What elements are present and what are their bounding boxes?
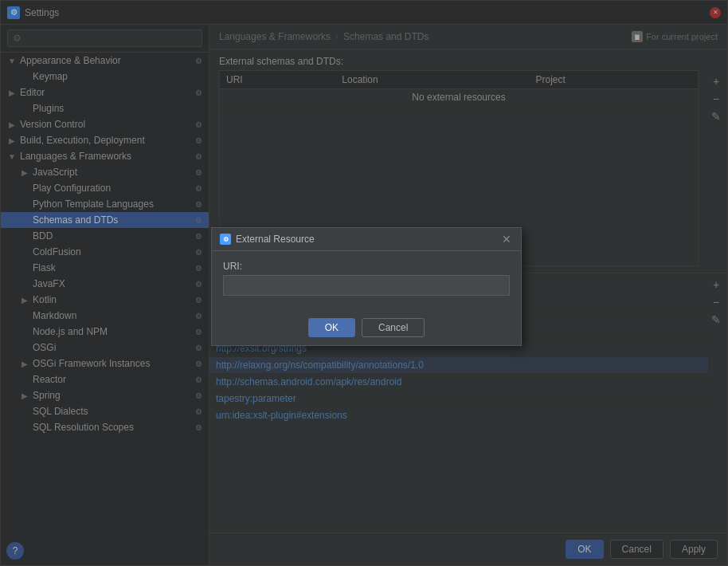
sidebar: ▼Appearance & Behavior⚙Keymap▶Editor⚙Plu…	[1, 25, 209, 565]
gear-icon-osgi-framework: ⚙	[195, 360, 202, 368]
sidebar-item-play-config[interactable]: Play Configuration⚙	[1, 180, 209, 196]
gear-icon-flask: ⚙	[195, 264, 202, 273]
remove-url-button[interactable]: −	[708, 294, 724, 310]
expand-arrow-editor: ▶	[7, 88, 17, 97]
sidebar-item-osgi-framework[interactable]: ▶OSGi Framework Instances⚙	[1, 356, 209, 371]
sidebar-label-build-execution: Build, Execution, Deployment	[20, 135, 145, 146]
help-button[interactable]: ?	[6, 542, 24, 560]
sidebar-item-sql-dialects[interactable]: SQL Dialects⚙	[1, 403, 209, 419]
gear-icon-schemas-dtds: ⚙	[195, 216, 202, 225]
breadcrumb-sep: ›	[335, 31, 339, 42]
sidebar-label-play-config: Play Configuration	[33, 183, 111, 194]
sidebar-label-schemas-dtds: Schemas and DTDs	[33, 214, 118, 226]
sidebar-item-editor[interactable]: ▶Editor⚙	[1, 85, 209, 100]
expand-arrow-build-execution: ▶	[7, 136, 17, 145]
sidebar-item-build-execution[interactable]: ▶Build, Execution, Deployment⚙	[1, 132, 209, 148]
sidebar-label-keymap: Keymap	[33, 71, 68, 82]
sidebar-label-flask: Flask	[33, 262, 56, 273]
sidebar-item-schemas-dtds[interactable]: Schemas and DTDs⚙	[1, 212, 209, 228]
apply-button[interactable]: Apply	[670, 540, 718, 559]
gear-icon-kotlin: ⚙	[195, 296, 202, 305]
sidebar-items-container: ▼Appearance & Behavior⚙Keymap▶Editor⚙Plu…	[1, 53, 209, 435]
gear-icon-markdown: ⚙	[195, 312, 202, 320]
sidebar-item-python-template[interactable]: Python Template Languages⚙	[1, 196, 209, 212]
uri-input[interactable]	[223, 275, 510, 296]
sidebar-item-markdown[interactable]: Markdown⚙	[1, 308, 209, 324]
col-location: Location	[335, 71, 529, 89]
sidebar-item-keymap[interactable]: Keymap	[1, 69, 209, 85]
search-input[interactable]	[7, 29, 202, 47]
modal-title: External Resource	[236, 234, 495, 245]
gear-icon-editor: ⚙	[195, 88, 202, 97]
url-item[interactable]: http://relaxng.org/ns/compatibility/anno…	[209, 357, 708, 374]
footer-buttons: OK Cancel Apply	[209, 533, 727, 565]
col-uri: URI	[220, 71, 335, 89]
modal-close-button[interactable]: ✕	[500, 233, 513, 246]
sidebar-item-bdd[interactable]: BDD⚙	[1, 228, 209, 244]
close-button[interactable]: ✕	[710, 7, 721, 18]
sidebar-item-nodejs-npm[interactable]: Node.js and NPM⚙	[1, 324, 209, 340]
sidebar-item-spring[interactable]: ▶Spring⚙	[1, 387, 209, 403]
gear-icon-javafx: ⚙	[195, 280, 202, 289]
url-item[interactable]: tapestry:parameter	[209, 391, 708, 407]
breadcrumb-part1: Languages & Frameworks	[219, 31, 331, 42]
expand-arrow-javascript: ▶	[20, 167, 29, 177]
gear-icon-play-config: ⚙	[195, 184, 202, 193]
sidebar-item-osgi[interactable]: OSGi⚙	[1, 340, 209, 356]
sidebar-item-javascript[interactable]: ▶JavaScript⚙	[1, 164, 209, 180]
sidebar-label-sql-resolution: SQL Resolution Scopes	[33, 422, 134, 433]
ok-button[interactable]: OK	[566, 540, 603, 559]
url-item[interactable]: http://schemas.android.com/apk/res/andro…	[209, 374, 708, 391]
sidebar-label-osgi: OSGi	[33, 342, 56, 353]
modal-body: URI:	[212, 251, 521, 313]
top-table: URI Location Project No external resourc…	[220, 71, 698, 106]
url-item[interactable]: urn:idea:xslt-plugin#extensions	[209, 407, 708, 424]
expand-arrow-appearance-behavior: ▼	[7, 56, 17, 65]
sidebar-label-bdd: BDD	[33, 230, 53, 242]
sidebar-label-reactor: Reactor	[33, 374, 66, 385]
gear-icon-reactor: ⚙	[195, 375, 202, 384]
gear-icon-appearance-behavior: ⚙	[195, 57, 202, 65]
sidebar-item-version-control[interactable]: ▶Version Control⚙	[1, 116, 209, 132]
expand-arrow-version-control: ▶	[7, 120, 17, 129]
top-section-header: External schemas and DTDs:	[209, 49, 727, 70]
sidebar-label-languages-frameworks: Languages & Frameworks	[20, 151, 131, 162]
cancel-button[interactable]: Cancel	[610, 540, 663, 559]
sidebar-item-reactor[interactable]: Reactor⚙	[1, 371, 209, 387]
sidebar-item-appearance-behavior[interactable]: ▼Appearance & Behavior⚙	[1, 53, 209, 69]
app-icon: ⚙	[7, 6, 20, 19]
sidebar-item-kotlin[interactable]: ▶Kotlin⚙	[1, 292, 209, 308]
edit-schema-button[interactable]: ✎	[708, 108, 724, 124]
expand-arrow-spring: ▶	[20, 391, 29, 400]
modal-ok-button[interactable]: OK	[308, 318, 355, 337]
gear-icon-sql-dialects: ⚙	[195, 407, 202, 416]
external-resource-modal[interactable]: ⚙ External Resource ✕ URI: OK Cancel	[211, 227, 522, 346]
modal-cancel-button[interactable]: Cancel	[362, 318, 425, 337]
window-title: Settings	[25, 7, 710, 18]
sidebar-label-version-control: Version Control	[20, 119, 85, 130]
add-schema-button[interactable]: +	[708, 73, 724, 89]
gear-icon-coldfusion: ⚙	[195, 248, 202, 257]
sidebar-label-markdown: Markdown	[33, 310, 76, 321]
sidebar-label-kotlin: Kotlin	[33, 294, 57, 305]
uri-label: URI:	[223, 261, 510, 272]
sidebar-item-languages-frameworks[interactable]: ▼Languages & Frameworks⚙	[1, 148, 209, 164]
window-controls: ✕	[710, 7, 721, 18]
sidebar-item-coldfusion[interactable]: ColdFusion⚙	[1, 244, 209, 260]
remove-schema-button[interactable]: −	[708, 91, 724, 107]
gear-icon-languages-frameworks: ⚙	[195, 152, 202, 161]
edit-url-button[interactable]: ✎	[708, 312, 724, 328]
sidebar-item-plugins[interactable]: Plugins	[1, 100, 209, 116]
sidebar-item-flask[interactable]: Flask⚙	[1, 260, 209, 276]
sidebar-item-sql-resolution[interactable]: SQL Resolution Scopes⚙	[1, 419, 209, 435]
sidebar-label-plugins: Plugins	[33, 103, 64, 114]
modal-icon: ⚙	[220, 234, 231, 245]
gear-icon-nodejs-npm: ⚙	[195, 328, 202, 336]
sidebar-item-javafx[interactable]: JavaFX⚙	[1, 276, 209, 292]
gear-icon-spring: ⚙	[195, 391, 202, 400]
empty-message: No external resources	[220, 89, 698, 106]
add-url-button[interactable]: +	[708, 277, 724, 293]
gear-icon-sql-resolution: ⚙	[195, 423, 202, 432]
sidebar-label-sql-dialects: SQL Dialects	[33, 406, 88, 417]
bottom-table-actions: + − ✎	[708, 277, 724, 424]
